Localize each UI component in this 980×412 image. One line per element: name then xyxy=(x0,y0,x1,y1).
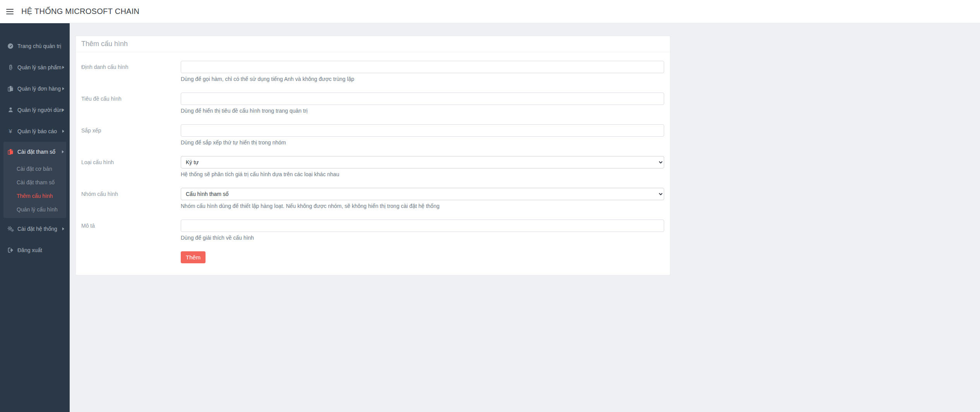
sidebar-item-system-settings[interactable]: Cài đặt hệ thống xyxy=(0,218,70,239)
app-header: HỆ THỐNG MICROSOFT CHAIN xyxy=(0,0,980,23)
description-input[interactable] xyxy=(181,220,664,232)
files-icon-red xyxy=(7,149,14,155)
sidebar-item-label: Quản lý người dùng xyxy=(17,107,62,113)
form-row-config-type: Loại cấu hình Ký tự Hệ thống sẽ phân tíc… xyxy=(81,156,664,177)
sidebar-subitem-add-config[interactable]: Thêm cấu hình xyxy=(3,189,66,203)
field-label: Loại cấu hình xyxy=(81,156,181,177)
field-help: Dùng để sắp xếp thứ tự hiển thị trong nh… xyxy=(181,139,664,146)
form-row-description: Mô tả Dùng để giải thích về cấu hình xyxy=(81,220,664,241)
user-icon xyxy=(7,107,14,113)
field-label: Tiêu đề cấu hình xyxy=(81,93,181,114)
sidebar: Trang chủ quản trị Quản lý sản phẩm Quản… xyxy=(0,23,70,412)
field-label: Sắp xếp xyxy=(81,124,181,146)
submit-button[interactable]: Thêm xyxy=(181,251,206,263)
field-help: Nhóm cấu hình dùng để thiết lập hàng loạ… xyxy=(181,203,664,209)
sidebar-item-label: Cài đặt tham số xyxy=(17,149,62,155)
panel-title: Thêm cấu hình xyxy=(81,40,128,48)
config-id-input[interactable] xyxy=(181,61,664,73)
sidebar-item-label: Quản lý sản phẩm xyxy=(17,64,62,70)
sidebar-subitem-parameter-settings[interactable]: Cài đặt tham số xyxy=(3,175,66,189)
yen-icon: ¥ xyxy=(7,128,14,134)
logout-icon xyxy=(7,247,14,253)
config-group-select[interactable]: Cấu hình tham số xyxy=(181,188,664,200)
sidebar-item-orders[interactable]: Quản lý đơn hàng xyxy=(0,78,70,99)
field-help: Dùng để giải thích về cấu hình xyxy=(181,235,664,241)
sidebar-subitem-label: Cài đặt tham số xyxy=(17,179,55,185)
add-config-panel: Thêm cấu hình Định danh cấu hình Dùng để… xyxy=(75,36,670,275)
chevron-right-icon xyxy=(62,227,64,230)
sidebar-item-reports[interactable]: ¥ Quản lý báo cáo xyxy=(0,120,70,142)
sidebar-subitem-label: Cài đặt cơ bản xyxy=(17,166,52,172)
app-title: HỆ THỐNG MICROSOFT CHAIN xyxy=(21,7,139,16)
sidebar-item-label: Đăng xuất xyxy=(17,247,64,253)
add-config-form: Định danh cấu hình Dùng để gọi hàm, chỉ … xyxy=(76,52,670,275)
config-type-select[interactable]: Ký tự xyxy=(181,156,664,168)
sidebar-subitem-label: Quản lý cấu hình xyxy=(17,206,58,213)
sidebar-item-logout[interactable]: Đăng xuất xyxy=(0,239,70,261)
chevron-right-icon xyxy=(62,87,64,90)
sidebar-subitem-manage-config[interactable]: Quản lý cấu hình xyxy=(3,203,66,216)
form-row-config-group: Nhóm cấu hình Cấu hình tham số Nhóm cấu … xyxy=(81,188,664,209)
panel-header: Thêm cấu hình xyxy=(76,36,670,52)
field-help: Dùng để hiển thị tiêu đề cấu hình trong … xyxy=(181,108,664,114)
field-help: Hệ thống sẽ phân tích giá trị cấu hình d… xyxy=(181,171,664,177)
field-label: Định danh cấu hình xyxy=(81,61,181,82)
sidebar-item-label: Trang chủ quản trị xyxy=(17,43,64,49)
files-icon xyxy=(7,86,14,92)
field-label: Nhóm cấu hình xyxy=(81,188,181,209)
form-row-config-title: Tiêu đề cấu hình Dùng để hiển thị tiêu đ… xyxy=(81,93,664,114)
chevron-right-icon xyxy=(62,108,64,112)
sidebar-item-users[interactable]: Quản lý người dùng xyxy=(0,99,70,120)
form-row-submit: Thêm xyxy=(81,251,664,263)
sort-order-input[interactable] xyxy=(181,124,664,137)
dashboard-icon xyxy=(7,43,14,49)
field-help: Dùng để gọi hàm, chỉ có thể sử dụng tiến… xyxy=(181,76,664,82)
bitcoin-icon xyxy=(7,64,14,70)
sidebar-item-label: Quản lý đơn hàng xyxy=(17,86,62,92)
field-label: Mô tả xyxy=(81,220,181,241)
sidebar-group-parameter-settings: Cài đặt tham số Cài đặt cơ bản Cài đặt t… xyxy=(3,142,66,218)
chevron-right-icon xyxy=(62,66,64,69)
sidebar-subitem-basic-settings[interactable]: Cài đặt cơ bản xyxy=(3,162,66,175)
sidebar-item-label: Quản lý báo cáo xyxy=(17,128,62,134)
hamburger-icon[interactable] xyxy=(6,9,14,14)
sidebar-item-dashboard[interactable]: Trang chủ quản trị xyxy=(0,35,70,57)
form-row-sort-order: Sắp xếp Dùng để sắp xếp thứ tự hiển thị … xyxy=(81,124,664,146)
chevron-right-icon xyxy=(62,130,64,133)
form-row-config-id: Định danh cấu hình Dùng để gọi hàm, chỉ … xyxy=(81,61,664,82)
sidebar-item-label: Cài đặt hệ thống xyxy=(17,226,62,232)
sidebar-item-parameter-settings[interactable]: Cài đặt tham số xyxy=(3,142,66,162)
sidebar-subitem-label: Thêm cấu hình xyxy=(17,193,53,199)
chevron-right-icon xyxy=(62,150,64,153)
sidebar-item-products[interactable]: Quản lý sản phẩm xyxy=(0,57,70,78)
gears-icon xyxy=(7,226,14,232)
config-title-input[interactable] xyxy=(181,93,664,105)
